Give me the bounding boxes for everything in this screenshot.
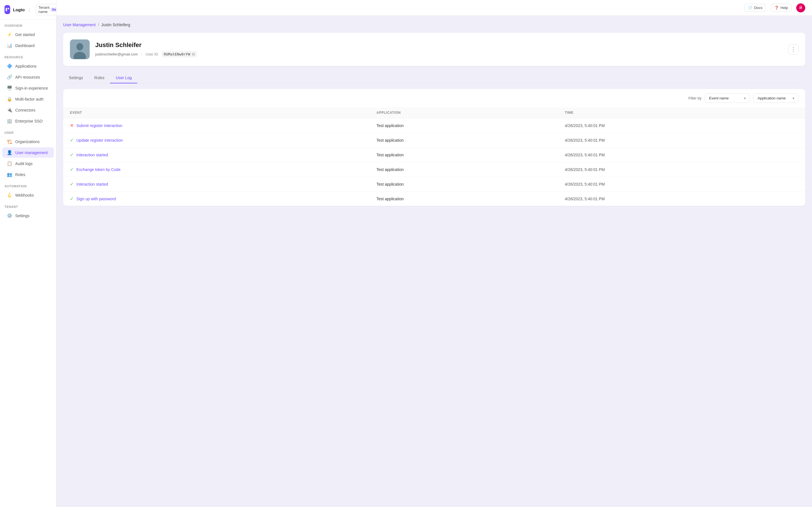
- logo-icon: [4, 5, 10, 14]
- success-icon: ✓: [70, 167, 73, 172]
- app-name-filter[interactable]: Application name ▾: [753, 94, 799, 103]
- time-value: 4/26/2023, 5:40:01 PM: [565, 123, 605, 128]
- app-name: Test application: [376, 138, 404, 143]
- sidebar-item-connectors[interactable]: 🔌 Connectors: [2, 105, 54, 115]
- breadcrumb-parent[interactable]: User Management: [63, 22, 96, 27]
- table-row: ✓ Interaction started Test application 4…: [63, 177, 805, 191]
- user-avatar[interactable]: Й: [796, 3, 805, 12]
- app-name: Test application: [376, 196, 404, 201]
- tab-settings[interactable]: Settings: [63, 73, 89, 83]
- event-cell: ✓ Interaction started: [63, 177, 370, 191]
- sidebar-item-applications[interactable]: 🔷 Applications: [2, 61, 54, 71]
- user-id-badge: RUMatENw0rFW ⧉: [161, 51, 197, 57]
- time-value: 4/26/2023, 5:40:01 PM: [565, 196, 605, 201]
- breadcrumb-separator: /: [98, 22, 99, 27]
- applications-icon: 🔷: [7, 63, 12, 69]
- chevron-down-icon: ▾: [744, 96, 746, 100]
- docs-label: Docs: [754, 6, 763, 10]
- event-name-filter[interactable]: Event name ▾: [705, 94, 750, 103]
- automation-section-label: AUTOMATION: [0, 180, 56, 189]
- sidebar-item-label: Webhooks: [15, 193, 34, 198]
- sidebar: Logto | Tenant name Dev ▾ OVERVIEW ⚡ Get…: [0, 0, 56, 507]
- event-cell: ✓ Sign up with password: [63, 191, 370, 206]
- sidebar-item-label: Settings: [15, 214, 30, 218]
- user-section-label: USER: [0, 126, 56, 136]
- app-name-label: Application name: [758, 96, 786, 100]
- svg-rect-0: [4, 7, 10, 12]
- tenant-name: Tenant name: [38, 5, 49, 14]
- connectors-icon: 🔌: [7, 107, 12, 113]
- more-options-button[interactable]: ⋮: [788, 44, 799, 54]
- user-profile-avatar: [70, 40, 90, 59]
- sidebar-item-api-resources[interactable]: 🔗 API resources: [2, 72, 54, 82]
- docs-button[interactable]: 📄 Docs: [744, 4, 766, 12]
- copy-icon[interactable]: ⧉: [192, 52, 195, 57]
- sidebar-item-webhooks[interactable]: 🪝 Webhooks: [2, 190, 54, 200]
- app-cell: Test application: [370, 162, 558, 177]
- app-name: Test application: [376, 167, 404, 172]
- api-resources-icon: 🔗: [7, 74, 12, 80]
- col-time: Time: [558, 107, 805, 118]
- sidebar-item-label: Sign-in experience: [15, 86, 48, 91]
- dashboard-icon: 📊: [7, 43, 12, 48]
- overview-section-label: OVERVIEW: [0, 19, 56, 29]
- col-application: Application: [370, 107, 558, 118]
- sidebar-item-settings[interactable]: ⚙️ Settings: [2, 210, 54, 221]
- webhooks-icon: 🪝: [7, 192, 12, 198]
- sidebar-item-label: Applications: [15, 64, 37, 68]
- breadcrumb: User Management / Justin Schleiferg: [63, 22, 805, 27]
- help-button[interactable]: ❓ Help: [770, 4, 792, 12]
- tab-user-log[interactable]: User Log: [110, 73, 137, 83]
- tenant-env-badge: Dev: [50, 8, 56, 11]
- event-cell: ✕ Submit register interaction: [63, 118, 370, 133]
- time-value: 4/26/2023, 5:40:01 PM: [565, 153, 605, 157]
- sidebar-item-roles[interactable]: 👥 Roles: [2, 169, 54, 180]
- event-link[interactable]: Submit register interaction: [77, 123, 122, 128]
- event-link[interactable]: Exchange token by Code: [77, 167, 120, 172]
- sidebar-item-multi-factor-auth[interactable]: 🔒 Multi-factor auth: [2, 94, 54, 104]
- enterprise-sso-icon: 🏢: [7, 118, 12, 124]
- event-link[interactable]: Update register interaction: [77, 138, 123, 143]
- sidebar-item-label: Multi-factor auth: [15, 97, 43, 101]
- tenant-selector[interactable]: Tenant name Dev ▾: [36, 4, 56, 15]
- time-value: 4/26/2023, 5:40:01 PM: [565, 182, 605, 186]
- topbar: 📄 Docs ❓ Help Й: [56, 0, 812, 16]
- resource-section-label: RESOURCE: [0, 51, 56, 61]
- app-name: Test application: [376, 182, 404, 186]
- topbar-right: 📄 Docs ❓ Help Й: [744, 3, 805, 12]
- roles-icon: 👥: [7, 172, 12, 177]
- event-link[interactable]: Interaction started: [77, 182, 108, 186]
- user-management-icon: 👤: [7, 150, 12, 155]
- time-value: 4/26/2023, 5:40:01 PM: [565, 167, 605, 172]
- table-row: ✓ Sign up with password Test application…: [63, 191, 805, 206]
- sidebar-item-audit-logs[interactable]: 📋 Audit logs: [2, 158, 54, 169]
- settings-icon: ⚙️: [7, 213, 12, 218]
- col-event: Event: [63, 107, 370, 118]
- help-icon: ❓: [774, 6, 779, 10]
- event-link[interactable]: Interaction started: [77, 153, 108, 157]
- app-name: Test application: [376, 153, 404, 157]
- sidebar-item-get-started[interactable]: ⚡ Get started: [2, 29, 54, 40]
- sidebar-item-label: Organizations: [15, 139, 40, 144]
- event-cell: ✓ Interaction started: [63, 148, 370, 162]
- user-info: Justin Schleifer justinschleifer@gmail.c…: [70, 40, 197, 59]
- user-name: Justin Schleifer: [95, 41, 197, 49]
- user-id-value: RUMatENw0rFW: [164, 52, 190, 56]
- sidebar-item-organizations[interactable]: 🏗️ Organizations: [2, 136, 54, 147]
- tab-roles[interactable]: Roles: [89, 73, 110, 83]
- sidebar-item-user-management[interactable]: 👤 User management: [2, 147, 54, 158]
- main-content: 📄 Docs ❓ Help Й User Management / Justin…: [56, 0, 812, 507]
- error-icon: ✕: [70, 123, 73, 128]
- event-link[interactable]: Sign up with password: [77, 196, 116, 201]
- time-cell: 4/26/2023, 5:40:01 PM: [558, 148, 805, 162]
- sidebar-item-dashboard[interactable]: 📊 Dashboard: [2, 40, 54, 51]
- time-cell: 4/26/2023, 5:40:01 PM: [558, 162, 805, 177]
- app-name: Test application: [376, 123, 404, 128]
- sidebar-item-label: Roles: [15, 172, 26, 177]
- success-icon: ✓: [70, 152, 73, 158]
- success-icon: ✓: [70, 137, 73, 143]
- sidebar-item-sign-in-experience[interactable]: 🖥️ Sign-in experience: [2, 83, 54, 93]
- table-row: ✓ Interaction started Test application 4…: [63, 148, 805, 162]
- event-cell: ✓ Update register interaction: [63, 133, 370, 148]
- sidebar-item-enterprise-sso[interactable]: 🏢 Enterprise SSO: [2, 116, 54, 126]
